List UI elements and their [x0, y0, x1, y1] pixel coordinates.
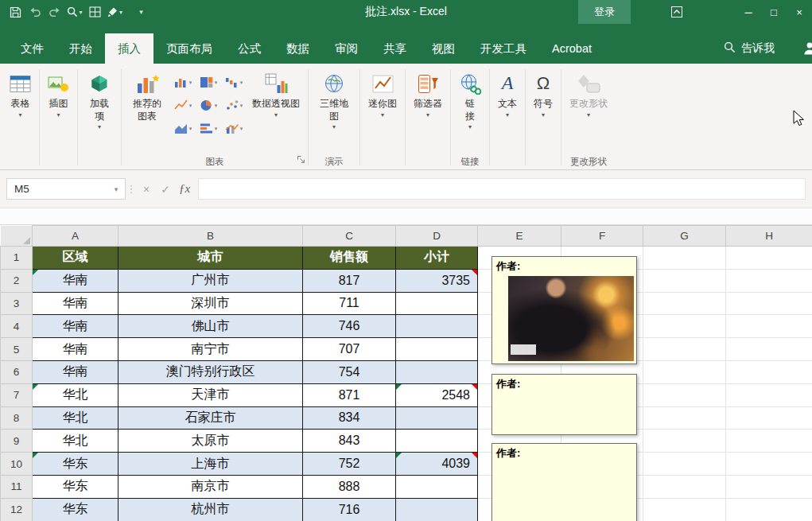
cell-D5[interactable]: [396, 338, 478, 361]
bar-chart-button[interactable]: ▾: [196, 117, 221, 140]
scatter-chart-button[interactable]: ▾: [221, 94, 247, 117]
tab-file[interactable]: 文件: [8, 33, 56, 64]
row-header-3[interactable]: 3: [1, 292, 33, 315]
column-header-C[interactable]: C: [303, 226, 396, 247]
cell-B10[interactable]: 上海市: [118, 453, 303, 476]
share-person-icon[interactable]: [802, 33, 812, 64]
cell-D1[interactable]: 小计: [396, 247, 478, 270]
cell-H1[interactable]: [726, 247, 812, 270]
search-icon[interactable]: ▾: [66, 3, 84, 21]
cell-H3[interactable]: [726, 292, 812, 315]
tab-developer[interactable]: 开发工具: [468, 33, 539, 64]
cell-B12[interactable]: 杭州市: [118, 498, 303, 521]
cell-G1[interactable]: [643, 247, 726, 270]
area-chart-button[interactable]: ▾: [170, 117, 196, 140]
cell-G6[interactable]: [643, 360, 726, 383]
dialog-launcher-icon[interactable]: [297, 153, 305, 167]
save-icon[interactable]: [6, 3, 24, 21]
column-header-G[interactable]: G: [643, 226, 726, 247]
row-header-5[interactable]: 5: [1, 338, 33, 361]
cell-H10[interactable]: [726, 453, 812, 476]
cell-H11[interactable]: [726, 475, 812, 498]
redo-icon[interactable]: [46, 3, 64, 21]
cell-C10[interactable]: 752: [303, 453, 396, 476]
tab-share[interactable]: 共享: [371, 33, 419, 64]
cell-C8[interactable]: 834: [303, 406, 396, 430]
cell-A11[interactable]: 华东: [33, 475, 118, 498]
tell-me-button[interactable]: 告诉我: [724, 33, 775, 64]
row-header-4[interactable]: 4: [1, 315, 33, 338]
cell-B9[interactable]: 太原市: [118, 430, 303, 453]
line-chart-button[interactable]: ▾: [170, 94, 196, 117]
column-header-E[interactable]: E: [478, 226, 561, 247]
row-header-10[interactable]: 10: [1, 453, 33, 476]
cell-H9[interactable]: [726, 430, 812, 453]
cell-B7[interactable]: 天津市: [118, 383, 303, 406]
cell-G3[interactable]: [643, 292, 726, 315]
cell-G10[interactable]: [643, 453, 726, 476]
change-shape-button[interactable]: 更改形状 ▾: [565, 68, 612, 121]
cell-C2[interactable]: 817: [303, 269, 396, 292]
tab-review[interactable]: 审阅: [322, 33, 371, 64]
cell-B3[interactable]: 深圳市: [118, 292, 303, 315]
cell-C11[interactable]: 888: [303, 475, 396, 498]
cell-D6[interactable]: [396, 360, 478, 383]
cell-A9[interactable]: 华北: [33, 430, 118, 453]
cell-D3[interactable]: [396, 292, 478, 315]
tab-formulas[interactable]: 公式: [225, 33, 274, 64]
cell-A2[interactable]: 华南: [33, 269, 118, 292]
comment-box-1[interactable]: 作者:: [491, 256, 637, 364]
cell-A10[interactable]: 华东: [33, 453, 118, 476]
tab-insert[interactable]: 插入: [105, 33, 153, 64]
sign-in-button[interactable]: 登录: [578, 0, 631, 24]
cell-H8[interactable]: [726, 406, 812, 430]
tab-data[interactable]: 数据: [274, 33, 322, 64]
row-header-9[interactable]: 9: [1, 430, 33, 453]
cell-G4[interactable]: [643, 315, 726, 338]
pie-chart-button[interactable]: ▾: [196, 94, 221, 117]
cell-C1[interactable]: 销售额: [303, 247, 396, 270]
row-header-1[interactable]: 1: [1, 247, 33, 270]
cell-C3[interactable]: 711: [303, 292, 396, 315]
cell-B11[interactable]: 南京市: [118, 475, 303, 498]
name-box[interactable]: M5 ▾: [6, 178, 126, 200]
cell-D7[interactable]: 2548: [396, 383, 478, 406]
undo-icon[interactable]: [26, 3, 44, 21]
cell-A4[interactable]: 华南: [33, 315, 118, 338]
enter-icon[interactable]: ✓: [156, 179, 175, 200]
illustrations-button[interactable]: 插图 ▾: [44, 68, 73, 121]
column-header-H[interactable]: H: [726, 226, 812, 247]
ribbon-display-options-icon[interactable]: [664, 0, 690, 24]
table-button[interactable]: 表格 ▾: [6, 68, 35, 121]
cell-A6[interactable]: 华南: [33, 360, 118, 383]
comment-box-3[interactable]: 作者:: [491, 443, 637, 521]
tab-home[interactable]: 开始: [56, 33, 105, 64]
column-chart-button[interactable]: ▾: [170, 71, 196, 94]
slicers-button[interactable]: 筛选器 ▾: [410, 68, 446, 121]
cell-H2[interactable]: [726, 269, 812, 292]
maximize-button[interactable]: □: [761, 0, 787, 24]
row-header-11[interactable]: 11: [1, 475, 33, 498]
cell-D11[interactable]: [396, 475, 478, 498]
close-button[interactable]: ×: [787, 0, 812, 24]
link-button[interactable]: 链接 ▾: [455, 68, 485, 134]
combo-chart-button[interactable]: ▾: [221, 117, 247, 140]
cell-B4[interactable]: 佛山市: [118, 315, 303, 338]
symbols-button[interactable]: Ω 符号 ▾: [530, 68, 557, 121]
cell-H5[interactable]: [726, 338, 812, 361]
cell-B1[interactable]: 城市: [118, 247, 303, 270]
insert-function-icon[interactable]: ƒx: [175, 179, 194, 200]
cell-D4[interactable]: [396, 315, 478, 338]
cell-G7[interactable]: [643, 383, 726, 406]
cell-A5[interactable]: 华南: [33, 338, 118, 361]
cell-C9[interactable]: 843: [303, 430, 396, 453]
cell-A8[interactable]: 华北: [33, 406, 118, 430]
sparklines-button[interactable]: 迷你图 ▾: [364, 68, 401, 121]
cell-H7[interactable]: [726, 383, 812, 406]
map-3d-button[interactable]: 三维地图 ▾: [313, 68, 355, 134]
addins-button[interactable]: 加载项 ▾: [82, 68, 117, 134]
cell-H6[interactable]: [726, 360, 812, 383]
cell-C6[interactable]: 754: [303, 360, 396, 383]
customize-qat-icon[interactable]: ▾: [132, 3, 150, 21]
format-painter-icon[interactable]: ▾: [106, 3, 123, 21]
